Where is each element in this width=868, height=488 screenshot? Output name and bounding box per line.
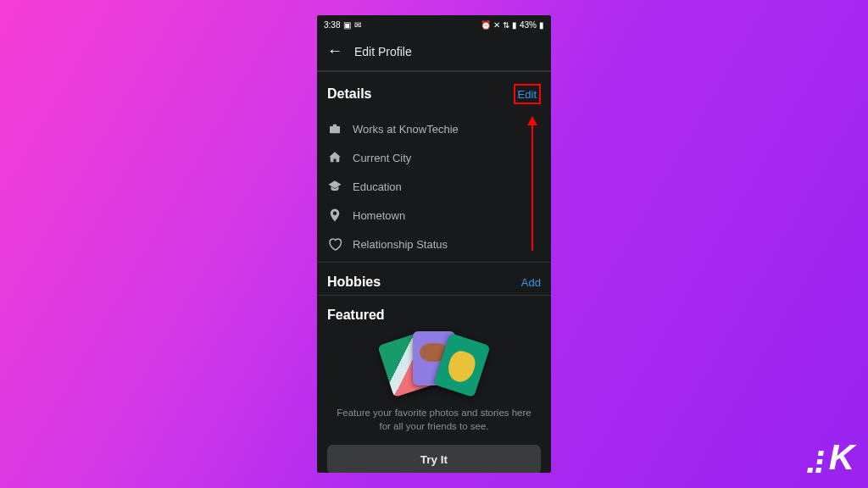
hobbies-title: Hobbies: [327, 274, 381, 290]
page-header: ← Edit Profile: [317, 34, 551, 71]
detail-work[interactable]: Works at KnowTechie: [327, 114, 541, 143]
signal-icon: ▮: [512, 20, 517, 30]
edit-highlight: Edit: [514, 84, 541, 104]
alarm-icon: ⏰: [481, 20, 491, 30]
mute-icon: ✕: [493, 20, 500, 30]
featured-section: Featured Feature your favorite photos an…: [317, 295, 551, 473]
detail-education[interactable]: Education: [327, 172, 541, 201]
detail-city[interactable]: Current City: [327, 143, 541, 172]
featured-title: Featured: [327, 308, 385, 322]
statusbar-time: 3:38: [324, 20, 340, 30]
home-icon: [327, 150, 342, 165]
edit-details-link[interactable]: Edit: [518, 88, 537, 101]
phone-screen: 3:38 ▣ ✉ ⏰ ✕ ⇅ ▮ 43% ▮ ← Edit Profile De…: [317, 15, 551, 473]
mail-icon: ✉: [354, 20, 361, 30]
wifi-icon: ⇅: [503, 20, 509, 30]
heart-icon: [327, 236, 342, 252]
battery-icon: ▮: [539, 20, 544, 30]
battery-text: 43%: [520, 20, 537, 30]
featured-description: Feature your favorite photos and stories…: [327, 406, 541, 433]
detail-label: Hometown: [353, 209, 405, 222]
graduation-cap-icon: [327, 179, 342, 194]
detail-label: Current City: [353, 152, 411, 164]
detail-relationship[interactable]: Relationship Status: [327, 230, 541, 258]
svg-rect-1: [333, 125, 337, 126]
watermark: K: [809, 437, 853, 478]
picture-icon: ▣: [343, 20, 351, 30]
watermark-dots-icon: [807, 451, 824, 473]
detail-label: Works at KnowTechie: [353, 123, 459, 136]
detail-hometown[interactable]: Hometown: [327, 201, 541, 230]
details-title: Details: [327, 86, 371, 102]
try-it-button[interactable]: Try It: [327, 445, 541, 473]
svg-rect-0: [330, 126, 340, 133]
statusbar: 3:38 ▣ ✉ ⏰ ✕ ⇅ ▮ 43% ▮: [317, 15, 551, 34]
annotation-arrow: [531, 124, 533, 251]
page-title: Edit Profile: [354, 45, 412, 58]
watermark-letter: K: [829, 437, 853, 478]
featured-illustration: [378, 331, 490, 396]
detail-label: Education: [353, 180, 402, 193]
briefcase-icon: [327, 121, 342, 136]
details-section: Details Edit Works at KnowTechie Current…: [317, 71, 551, 262]
back-arrow-icon[interactable]: ←: [327, 42, 342, 60]
pin-icon: [327, 208, 342, 223]
detail-label: Relationship Status: [353, 238, 448, 251]
hobbies-section: Hobbies Add: [317, 262, 551, 295]
add-hobbies-link[interactable]: Add: [521, 276, 541, 289]
